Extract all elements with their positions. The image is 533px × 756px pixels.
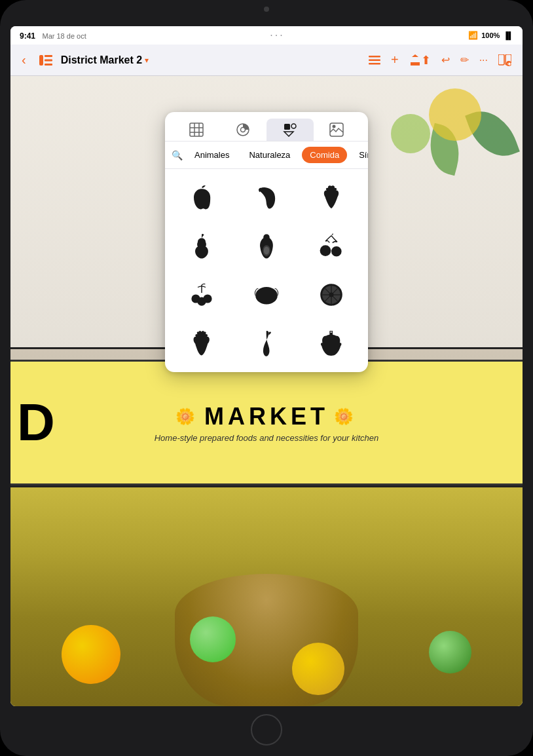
svg-rect-5 [369, 59, 380, 61]
bottom-border-line [10, 485, 523, 487]
undo-button[interactable]: ↩ [437, 50, 454, 69]
share-button[interactable]: ⬆ [405, 50, 435, 71]
svg-rect-18 [284, 124, 290, 130]
market-subtitle: Home-style prepared foods and necessitie… [155, 433, 379, 443]
search-icon: 🔍 [172, 150, 183, 161]
svg-rect-6 [369, 63, 380, 65]
category-row: 🔍 Animales Naturaleza Comida Símbolos [165, 142, 368, 169]
category-animals[interactable]: Animales [187, 147, 237, 163]
reader-button[interactable]: 👁 [494, 51, 516, 69]
bottom-fruit-4 [429, 631, 471, 673]
shape-orange-slice[interactable] [299, 271, 363, 318]
svg-point-24 [320, 245, 331, 256]
category-nature[interactable]: Naturaleza [241, 147, 298, 163]
toolbar: ‹ District Market 2 ▾ [10, 45, 523, 76]
shape-strawberry[interactable] [299, 174, 363, 221]
shape-tomato[interactable] [170, 320, 234, 367]
doc-title-area: District Market 2 ▾ [61, 54, 360, 66]
svg-point-25 [331, 246, 342, 257]
wifi-icon: 📶 [468, 31, 478, 40]
tab-table[interactable] [173, 119, 220, 141]
shape-chili[interactable] [235, 320, 299, 367]
fruits-bottom [10, 485, 523, 706]
status-time: 9:41 Mar 18 de oct [20, 29, 86, 41]
bottom-fruit-1 [62, 625, 120, 684]
shape-avocado[interactable] [235, 223, 299, 270]
svg-point-28 [204, 294, 212, 303]
more-button[interactable]: ··· [475, 51, 492, 69]
category-food[interactable]: Comida [302, 147, 347, 163]
shape-apple[interactable] [170, 174, 234, 221]
sidebar-button[interactable] [35, 52, 57, 69]
yellow-band: D 🌼 MARKET 🌼 Home-style prepared foods a… [10, 360, 523, 485]
shape-lemon[interactable] [235, 271, 299, 318]
shape-pear[interactable] [170, 223, 234, 270]
svg-rect-2 [45, 59, 52, 61]
add-button[interactable]: + [386, 49, 403, 71]
fruit-circle-2 [391, 114, 430, 153]
status-bar: 9:41 Mar 18 de oct ··· 📶 100% ▐▌ [10, 26, 523, 45]
home-button[interactable] [251, 714, 282, 746]
shape-banana[interactable] [235, 174, 299, 221]
svg-point-21 [333, 125, 336, 128]
svg-rect-1 [45, 55, 52, 57]
battery-bar: ▐▌ [503, 31, 513, 39]
shape-picker-popup: 🔍 Animales Naturaleza Comida Símbolos [165, 112, 368, 372]
big-d: D [17, 396, 55, 449]
tab-media[interactable] [314, 119, 361, 141]
shape-olives[interactable] [170, 271, 234, 318]
category-symbols[interactable]: Símbolos [351, 147, 368, 163]
shape-grid [165, 169, 368, 372]
shape-bell-pepper[interactable] [299, 320, 363, 367]
svg-point-29 [255, 287, 278, 304]
back-button[interactable]: ‹ [17, 49, 31, 71]
status-indicators: 📶 100% ▐▌ [468, 31, 513, 40]
svg-rect-3 [45, 64, 52, 66]
svg-rect-4 [369, 56, 380, 58]
svg-rect-11 [190, 123, 203, 136]
list-button[interactable] [364, 52, 385, 68]
doc-title: District Market 2 [61, 54, 143, 66]
emoji-left: 🌼 [175, 407, 199, 426]
market-headline: MARKET [204, 403, 329, 430]
shape-cherries[interactable] [299, 223, 363, 270]
svg-point-23 [264, 247, 269, 255]
emoji-right: 🌼 [334, 407, 358, 426]
doc-chevron-icon: ▾ [145, 56, 149, 65]
doc-area[interactable]: D 🌼 MARKET 🌼 Home-style prepared foods a… [10, 76, 523, 706]
popup-tabs [165, 112, 368, 142]
center-dots: ··· [270, 29, 284, 41]
bottom-fruit-2 [190, 616, 236, 662]
pencil-button[interactable]: ✏ [456, 50, 473, 69]
svg-rect-19 [291, 124, 296, 128]
svg-text:👁: 👁 [507, 62, 511, 66]
svg-rect-0 [39, 55, 43, 66]
tab-chart[interactable] [220, 119, 267, 141]
svg-point-17 [241, 128, 246, 132]
bottom-fruit-3 [292, 643, 344, 695]
svg-rect-7 [498, 54, 504, 65]
toolbar-right: + ⬆ ↩ ✏ ··· 👁 [364, 49, 516, 71]
screen: 9:41 Mar 18 de oct ··· 📶 100% ▐▌ ‹ [10, 26, 523, 706]
market-text: 🌼 MARKET 🌼 [175, 403, 358, 430]
battery-icon: 100% [481, 31, 500, 39]
camera-dot [264, 7, 269, 12]
ipad-frame: 9:41 Mar 18 de oct ··· 📶 100% ▐▌ ‹ [0, 0, 533, 756]
svg-point-36 [329, 292, 333, 297]
tab-shape[interactable] [266, 119, 314, 141]
